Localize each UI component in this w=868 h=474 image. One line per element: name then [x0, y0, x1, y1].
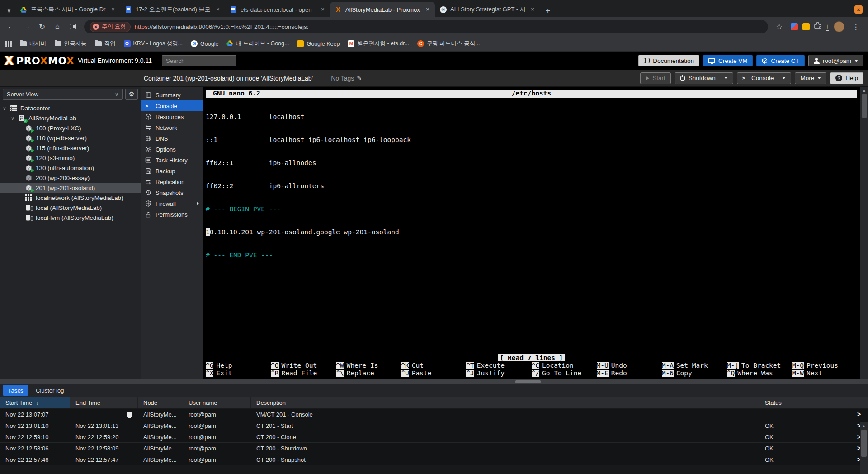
extension-icon-keep[interactable] [802, 23, 810, 30]
tree-item-datacenter[interactable]: ∨ Datacenter [0, 103, 141, 113]
view-selector[interactable]: Server View∨ [3, 89, 123, 100]
documentation-button[interactable]: Documentation [638, 55, 699, 66]
close-icon[interactable]: × [319, 6, 326, 13]
start-button[interactable]: Start [640, 72, 671, 84]
menu-item-backup[interactable]: Backup [141, 166, 203, 176]
menu-item-resources[interactable]: Resources [141, 111, 203, 122]
column-description[interactable]: Description [251, 397, 760, 408]
tree-item-ct-130[interactable]: 130 (n8n-automation) [0, 163, 141, 173]
menu-item-network[interactable]: Network [141, 122, 203, 133]
side-panel-button[interactable] [66, 20, 80, 33]
tree-item-ct-120[interactable]: 120 (s3-minio) [0, 153, 141, 163]
tab-tasks[interactable]: Tasks [3, 385, 28, 396]
bookmark-gmail[interactable]: M받은편지함 - ets.dr... [348, 40, 409, 47]
tree-item-storage-local[interactable]: local (AllStoryMediaLab) [0, 203, 141, 213]
task-row[interactable]: Nov 22 13:07:07 AllStoryMe... root@pam V… [0, 409, 868, 420]
tab-proxmox-active[interactable]: X AllStoryMediaLab - Proxmox × [330, 2, 435, 17]
tree-item-ct-200[interactable]: 200 (wp-200-essay) [0, 173, 141, 183]
task-row[interactable]: Nov 22 12:57:46 Nov 22 12:57:47 AllStory… [0, 454, 868, 465]
splitter-handle[interactable] [515, 380, 541, 383]
tab-ets-data-center[interactable]: ets-data-center.local - open × [225, 2, 330, 17]
scrollbar-thumb[interactable] [862, 94, 867, 118]
edit-tags-icon[interactable]: ✎ [357, 75, 362, 81]
tree-item-localnetwork[interactable]: localnetwork (AllStoryMediaLab) [0, 193, 141, 203]
create-ct-button[interactable]: Create CT [756, 55, 804, 66]
more-button[interactable]: More [795, 72, 826, 84]
close-icon[interactable]: × [214, 6, 222, 13]
create-vm-button[interactable]: Create VM [703, 55, 753, 66]
tab-cluster-log[interactable]: Cluster log [30, 385, 69, 396]
window-close-button[interactable]: × [854, 5, 863, 14]
close-icon[interactable]: × [529, 6, 536, 13]
menu-item-options[interactable]: Options [141, 144, 203, 155]
bookmark-folder-work[interactable]: 작업 [95, 40, 116, 47]
help-button[interactable]: ?Help [830, 72, 863, 84]
security-warning-badge[interactable]: × 주의 요함 [90, 22, 131, 32]
tree-item-node-allstorymedialab[interactable]: ∨ ✓ AllStoryMediaLab [0, 113, 141, 123]
menu-item-task-history[interactable]: Task History [141, 155, 203, 166]
menu-item-summary[interactable]: Summary [141, 90, 203, 100]
proxmox-logo[interactable]: X PROXMOX Virtual Environment 9.0.11 [5, 54, 152, 67]
column-end-time[interactable]: End Time [70, 397, 138, 408]
reload-button[interactable]: ↻ [35, 20, 49, 33]
bookmark-coupang[interactable]: C쿠팡 파트너스 공식... [417, 40, 480, 47]
console-terminal[interactable]: GNU nano 6.2 /etc/hosts 127.0.0.1 localh… [203, 87, 860, 379]
menu-item-snapshots[interactable]: Snapshots [141, 187, 203, 198]
extensions-puzzle-icon[interactable] [814, 22, 821, 31]
tree-item-ct-115[interactable]: 115 (n8n-db-server) [0, 143, 141, 153]
task-row[interactable]: Nov 22 13:01:10 Nov 22 13:01:13 AllStory… [0, 420, 868, 431]
bookmark-folder-myserver[interactable]: 내서버 [20, 40, 47, 47]
tree-settings-button[interactable]: ⚙ [125, 89, 138, 100]
scroll-up-icon[interactable]: ▲ [862, 422, 866, 430]
task-detail-chevron[interactable]: > [850, 411, 868, 418]
expander-icon[interactable]: ∨ [10, 116, 15, 121]
apps-grid-icon[interactable] [5, 41, 12, 47]
browser-menu-icon[interactable]: ⋮ [849, 20, 863, 33]
task-row[interactable]: Nov 22 12:59:10 Nov 22 12:59:20 AllStory… [0, 431, 868, 443]
menu-item-console[interactable]: >_Console [141, 100, 203, 111]
tree-item-ct-110[interactable]: 110 (wp-db-server) [0, 133, 141, 143]
tree-item-ct-100[interactable]: 100 (Proxy-LXC) [0, 123, 141, 133]
downloads-icon[interactable]: ↓ [826, 23, 830, 31]
bookmark-google[interactable]: GGoogle [191, 40, 218, 47]
expander-icon[interactable]: ∨ [2, 106, 7, 111]
scrollbar-thumb[interactable] [861, 430, 867, 457]
menu-item-permissions[interactable]: Permissions [141, 209, 203, 220]
console-button[interactable]: >_Console [737, 72, 792, 84]
tab-search-button[interactable]: ∨ [3, 4, 15, 17]
tab-blog-doc[interactable]: 17-2 오소랜드(osoland) 블로그 × [120, 2, 225, 17]
minimize-button[interactable]: — [841, 6, 847, 13]
menu-item-replication[interactable]: Replication [141, 176, 203, 187]
task-row[interactable]: Nov 22 12:58:06 Nov 22 12:58:09 AllStory… [0, 443, 868, 454]
tab-gpt[interactable]: ✳ ALLStory Strategist GPT - 서버 × [435, 2, 540, 17]
back-button[interactable]: ← [5, 20, 18, 33]
bookmark-keep[interactable]: Google Keep [297, 40, 340, 47]
home-button[interactable]: ⌂ [51, 20, 64, 33]
address-bar[interactable]: × 주의 요함 https://allstorymedialab:8006/#v… [84, 20, 768, 33]
tab-google-drive[interactable]: 프록스목스 서버 - Google Driv × [15, 2, 120, 17]
close-icon[interactable]: × [109, 6, 117, 13]
column-start-time[interactable]: Start Time↓ [0, 397, 70, 408]
extension-icon-colored[interactable] [791, 23, 798, 30]
panel-splitter[interactable] [0, 379, 868, 384]
column-user-name[interactable]: User name [183, 397, 251, 408]
bookmark-drive[interactable]: 내 드라이브 - Goog... [226, 40, 289, 47]
bookmark-star-icon[interactable]: ☆ [773, 20, 786, 33]
new-tab-button[interactable]: + [542, 5, 554, 17]
close-icon[interactable]: × [424, 6, 431, 13]
user-menu-button[interactable]: root@pam [808, 55, 863, 66]
profile-avatar[interactable] [834, 21, 844, 32]
shutdown-button[interactable]: Shutdown [675, 72, 733, 84]
console-scrollbar[interactable]: ▲ [860, 87, 868, 379]
bookmark-folder-ai[interactable]: 인공지능 [55, 40, 87, 47]
column-status[interactable]: Status [760, 397, 850, 408]
tree-item-ct-201-selected[interactable]: 201 (wp-201-osoland) [0, 183, 141, 193]
menu-item-firewall[interactable]: Firewall [141, 198, 203, 209]
scroll-up-icon[interactable]: ▲ [862, 87, 866, 94]
bookmark-krv[interactable]: OKRV - Logos 성경... [124, 40, 183, 47]
tree-item-storage-local-lvm[interactable]: local-lvm (AllStoryMediaLab) [0, 213, 141, 223]
column-node[interactable]: Node [138, 397, 183, 408]
pve-search-input[interactable] [162, 55, 236, 66]
menu-item-dns[interactable]: DNS [141, 133, 203, 144]
tasks-scrollbar[interactable]: ▲ [860, 422, 868, 474]
